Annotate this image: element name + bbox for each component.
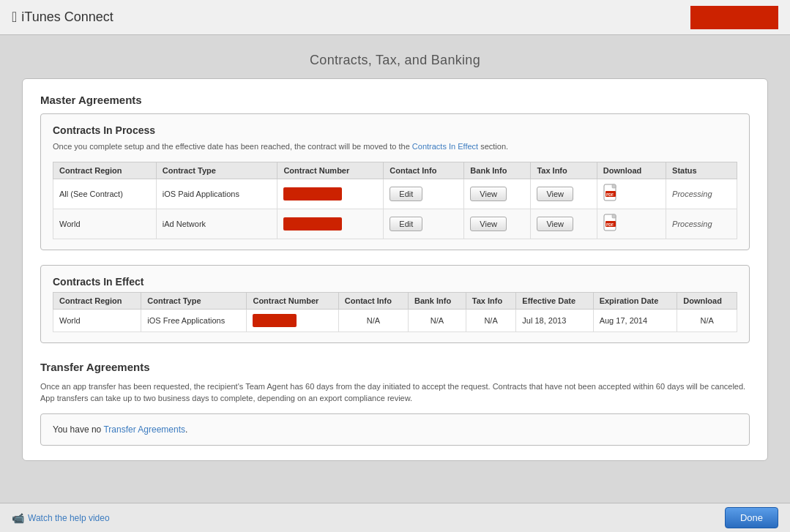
redacted-bar [283, 187, 342, 201]
video-icon: 📹 [12, 512, 24, 524]
app-name: iTunes Connect [21, 10, 113, 25]
transfer-agreements-box: You have no Transfer Agreements. [40, 413, 750, 446]
col-type: Contract Type [156, 162, 277, 179]
effective-date-cell: Jul 18, 2013 [516, 309, 593, 331]
bank-cell: View [464, 209, 531, 239]
status-text: Processing [672, 190, 712, 198]
bank-eff-cell: N/A [409, 309, 466, 331]
status-cell: Processing [666, 179, 737, 209]
svg-text:PDF: PDF [606, 192, 614, 197]
number-eff-cell [247, 309, 338, 331]
view-bank-button[interactable]: View [470, 187, 507, 201]
header-red-button[interactable] [690, 6, 778, 29]
view-bank-button-2[interactable]: View [470, 217, 507, 231]
type-cell: iAd Network [156, 209, 277, 239]
edit-contact-button[interactable]: Edit [390, 187, 422, 201]
contracts-in-effect-table: Contract Region Contract Type Contract N… [53, 292, 737, 332]
bank-cell: View [464, 179, 531, 209]
view-tax-button[interactable]: View [537, 187, 573, 201]
download-eff-cell: N/A [677, 309, 737, 331]
help-video-text: Watch the help video [28, 513, 110, 523]
region-eff-cell: World [53, 309, 141, 331]
table-row: All (See Contract) iOS Paid Applications… [53, 179, 737, 209]
contracts-in-process-table: Contract Region Contract Type Contract N… [53, 162, 737, 239]
col-bank-eff: Bank Info [409, 292, 466, 309]
pdf-download-icon[interactable]: PDF [603, 184, 619, 203]
redacted-bar [283, 217, 342, 231]
contracts-in-process-title: Contracts In Process [53, 124, 737, 136]
type-cell: iOS Paid Applications [156, 179, 277, 209]
transfer-agreements-link[interactable]: Transfer Agreements [103, 424, 185, 435]
master-agreements-title: Master Agreements [40, 94, 750, 106]
col-tax-eff: Tax Info [466, 292, 515, 309]
tax-cell: View [531, 209, 597, 239]
table-row: World iOS Free Applications N/A N/A N/A … [53, 309, 737, 331]
contracts-in-process-desc: Once you complete setup and the effectiv… [53, 141, 737, 153]
col-region-eff: Contract Region [53, 292, 141, 309]
footer: 📹 Watch the help video Done [0, 503, 790, 532]
contact-cell: Edit [384, 179, 464, 209]
app-logo:  iTunes Connect [12, 9, 113, 26]
col-contact: Contact Info [384, 162, 464, 179]
region-cell: All (See Contract) [53, 179, 157, 209]
contracts-in-process-box: Contracts In Process Once you complete s… [40, 113, 750, 250]
tax-eff-cell: N/A [466, 309, 515, 331]
expiration-date-cell: Aug 17, 2014 [593, 309, 677, 331]
col-download-eff: Download [677, 292, 737, 309]
number-cell [277, 209, 384, 239]
contact-cell: Edit [384, 209, 464, 239]
contracts-in-effect-title: Contracts In Effect [53, 276, 737, 288]
svg-rect-5 [612, 214, 616, 218]
contracts-in-effect-box: Contracts In Effect Contract Region Cont… [40, 265, 750, 343]
type-eff-cell: iOS Free Applications [141, 309, 247, 331]
contact-eff-cell: N/A [338, 309, 408, 331]
status-cell-2: Processing [666, 209, 737, 239]
footer-help: 📹 Watch the help video [12, 512, 110, 524]
svg-rect-1 [612, 184, 616, 188]
col-type-eff: Contract Type [141, 292, 247, 309]
pdf-download-icon-2[interactable]: PDF [603, 214, 619, 233]
redacted-bar-sm [253, 314, 297, 327]
col-expiration: Expiration Date [593, 292, 677, 309]
col-bank: Bank Info [464, 162, 531, 179]
number-cell [277, 179, 384, 209]
col-effective: Effective Date [516, 292, 593, 309]
col-number: Contract Number [277, 162, 384, 179]
download-cell: PDF [597, 209, 666, 239]
content-card: Master Agreements Contracts In Process O… [22, 78, 768, 461]
tax-cell: View [531, 179, 597, 209]
table-row: World iAd Network Edit View View [53, 209, 737, 239]
contracts-in-effect-link[interactable]: Contracts In Effect [412, 142, 478, 151]
col-download: Download [597, 162, 666, 179]
main-wrapper: Contracts, Tax, and Banking Master Agree… [0, 35, 790, 503]
no-transfer-suffix: . [185, 424, 187, 435]
no-transfer-prefix: You have no [53, 424, 103, 435]
col-region: Contract Region [53, 162, 157, 179]
transfer-agreements-section: Transfer Agreements Once an app transfer… [40, 361, 750, 446]
done-button[interactable]: Done [725, 507, 778, 528]
status-text-2: Processing [672, 220, 712, 228]
download-cell: PDF [597, 179, 666, 209]
region-cell: World [53, 209, 157, 239]
edit-contact-button-2[interactable]: Edit [390, 217, 422, 231]
apple-icon:  [12, 9, 17, 26]
header:  iTunes Connect [0, 0, 790, 35]
page-title: Contracts, Tax, and Banking [15, 42, 775, 78]
help-video-link[interactable]: 📹 Watch the help video [12, 512, 110, 524]
col-number-eff: Contract Number [247, 292, 338, 309]
col-status: Status [666, 162, 737, 179]
col-contact-eff: Contact Info [338, 292, 408, 309]
transfer-agreements-desc: Once an app transfer has been requested,… [40, 381, 750, 405]
master-agreements-section: Master Agreements Contracts In Process O… [40, 94, 750, 343]
svg-text:PDF: PDF [606, 222, 614, 227]
view-tax-button-2[interactable]: View [537, 217, 573, 231]
transfer-agreements-title: Transfer Agreements [40, 361, 750, 373]
col-tax: Tax Info [531, 162, 597, 179]
